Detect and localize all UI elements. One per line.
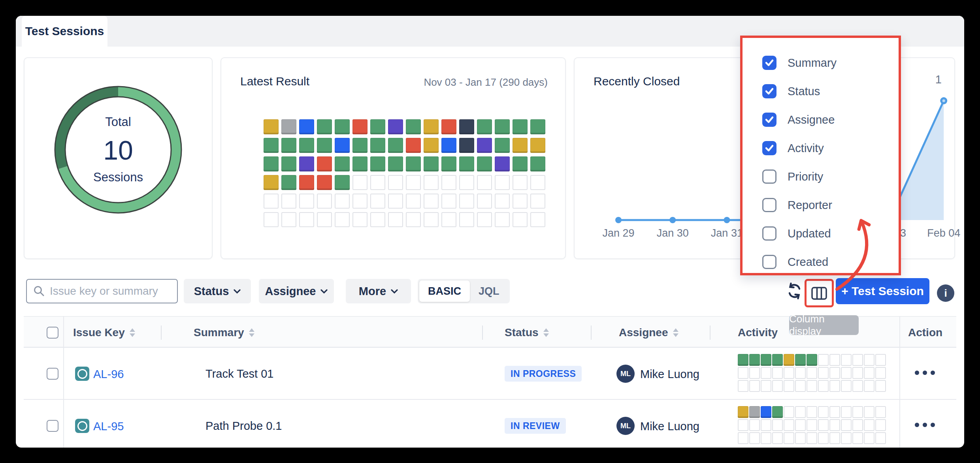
more-filter-button[interactable]: More <box>346 279 411 303</box>
column-menu-item-updated[interactable]: Updated <box>743 219 899 248</box>
issue-key-link[interactable]: AL-96 <box>93 368 124 381</box>
donut-label-bottom: Sessions <box>93 170 143 184</box>
activity-cell-empty <box>875 419 886 431</box>
checkbox-unchecked[interactable] <box>762 255 776 269</box>
header-activity[interactable]: Activity <box>738 317 778 348</box>
result-cell-empty <box>477 175 492 190</box>
checkbox-checked[interactable] <box>762 56 776 70</box>
header-divider <box>710 326 710 340</box>
column-menu-item-reporter[interactable]: Reporter <box>743 191 899 219</box>
summary-text[interactable]: Track Test 01 <box>205 367 273 380</box>
result-cell <box>495 138 510 153</box>
select-all-checkbox[interactable] <box>47 327 58 339</box>
result-cell-empty <box>530 212 545 227</box>
table-row: AL-95 Path Probe 0.1 IN REVIEW ML Mike L… <box>24 400 956 448</box>
donut-label-top: Total <box>105 115 131 129</box>
checkbox-checked[interactable] <box>762 113 776 127</box>
activity-cell <box>738 354 748 366</box>
issue-key-link[interactable]: AL-95 <box>93 420 124 433</box>
activity-cell-empty <box>772 380 783 392</box>
column-separator <box>63 316 64 448</box>
result-cell-empty <box>299 194 314 209</box>
result-cell <box>441 138 456 153</box>
result-cell-empty <box>335 194 350 209</box>
activity-cell-empty <box>841 432 852 444</box>
result-cell-empty <box>513 194 528 209</box>
result-cell <box>388 138 403 153</box>
checkbox-unchecked[interactable] <box>762 226 776 241</box>
result-cell <box>370 138 385 153</box>
column-menu-label: Reporter <box>788 199 832 212</box>
activity-cell-empty <box>875 380 886 392</box>
activity-cell-empty <box>772 419 783 431</box>
column-menu-item-priority[interactable]: Priority <box>743 162 899 191</box>
row-checkbox[interactable] <box>47 420 58 432</box>
result-cell <box>317 156 332 171</box>
column-menu-label: Activity <box>788 142 824 155</box>
column-menu-item-status[interactable]: Status <box>743 77 899 105</box>
refresh-icon[interactable] <box>786 282 804 300</box>
header-summary[interactable]: Summary <box>194 317 254 348</box>
result-cell <box>513 156 528 171</box>
result-cell-empty <box>441 194 456 209</box>
tab-label: Test Sessions <box>25 24 104 38</box>
header-issue-key[interactable]: Issue Key <box>73 317 135 348</box>
activity-cell-empty <box>761 419 771 431</box>
activity-cell-empty <box>841 380 852 392</box>
activity-cell-empty <box>772 367 783 379</box>
result-cell-empty <box>317 194 332 209</box>
activity-cell-empty <box>852 367 863 379</box>
info-icon[interactable]: i <box>937 284 954 302</box>
column-menu-item-summary[interactable]: Summary <box>743 49 899 77</box>
activity-cell-empty <box>818 406 829 418</box>
summary-text[interactable]: Path Probe 0.1 <box>205 420 282 433</box>
column-separator <box>899 316 900 448</box>
add-test-session-label: + Test Session <box>841 284 924 298</box>
result-cell <box>370 119 385 134</box>
search-input[interactable] <box>49 284 169 298</box>
result-cell-empty <box>352 194 368 209</box>
mode-jql-button[interactable]: JQL <box>470 280 508 302</box>
activity-cell <box>807 354 817 366</box>
header-divider <box>591 326 592 340</box>
sort-icon[interactable] <box>673 328 678 337</box>
add-test-session-button[interactable]: + Test Session <box>836 278 929 304</box>
assignee-filter-button[interactable]: Assignee <box>259 279 334 303</box>
activity-cell-empty <box>761 432 771 444</box>
sort-icon[interactable] <box>543 328 549 337</box>
result-cell <box>317 138 332 153</box>
mode-basic-button[interactable]: BASIC <box>419 280 470 302</box>
result-cell-empty <box>441 175 456 190</box>
result-cell <box>477 138 492 153</box>
activity-cell-empty <box>841 419 852 431</box>
status-filter-button[interactable]: Status <box>184 279 251 303</box>
checkbox-unchecked[interactable] <box>762 169 776 184</box>
checkbox-checked[interactable] <box>762 141 776 155</box>
checkbox-checked[interactable] <box>762 84 776 98</box>
activity-cell <box>784 354 794 366</box>
header-assignee[interactable]: Assignee <box>619 317 678 348</box>
checkbox-unchecked[interactable] <box>762 198 776 212</box>
result-cell <box>441 119 456 134</box>
sort-icon[interactable] <box>130 328 135 337</box>
column-menu-item-activity[interactable]: Activity <box>743 134 899 162</box>
activity-cell-empty <box>738 432 748 444</box>
result-cell-empty <box>264 194 279 209</box>
result-cell-empty <box>406 212 421 227</box>
row-actions-button[interactable] <box>915 371 935 375</box>
activity-cell-empty <box>829 367 840 379</box>
row-checkbox[interactable] <box>47 368 58 380</box>
result-cell <box>335 156 350 171</box>
column-display-icon[interactable] <box>810 284 828 302</box>
result-cell <box>388 119 403 134</box>
latest-result-card: Latest Result Nov 03 - Jan 17 (290 days) <box>220 57 566 259</box>
header-status[interactable]: Status <box>505 317 549 348</box>
search-icon <box>32 284 46 298</box>
column-menu-item-assignee[interactable]: Assignee <box>743 105 899 134</box>
row-actions-button[interactable] <box>915 423 935 427</box>
result-cell <box>495 156 510 171</box>
tab-test-sessions[interactable]: Test Sessions <box>22 16 107 47</box>
column-menu-item-created[interactable]: Created <box>743 248 899 276</box>
activity-cell-empty <box>749 380 760 392</box>
sort-icon[interactable] <box>249 328 254 337</box>
